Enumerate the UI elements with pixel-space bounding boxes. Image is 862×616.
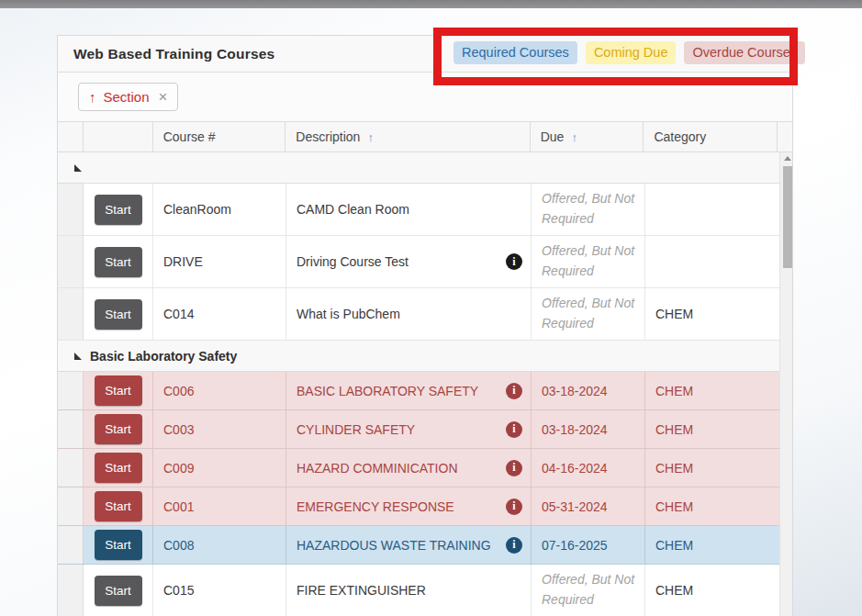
- course-cell: C015: [153, 565, 286, 616]
- info-icon[interactable]: i: [506, 537, 522, 554]
- info-icon[interactable]: i: [506, 253, 522, 270]
- group-header-row: [58, 152, 779, 184]
- start-button[interactable]: Start: [95, 299, 142, 330]
- due-cell: Offered, But Not Required: [542, 241, 644, 281]
- column-header-description[interactable]: Description ↑: [285, 122, 530, 151]
- start-button[interactable]: Start: [95, 453, 142, 483]
- indent-cell: [58, 372, 84, 409]
- header-scrollbar-spacer: [778, 122, 792, 151]
- category-cell: CHEM: [645, 372, 779, 409]
- table-row: Start C014 What is PubChem Offered, But …: [58, 288, 779, 341]
- due-cell: Offered, But Not Required: [542, 189, 644, 229]
- section-group-chip[interactable]: ↑ Section ×: [78, 83, 178, 111]
- column-label: Description: [296, 129, 360, 144]
- description-cell: BASIC LABORATORY SAFETY: [297, 384, 478, 398]
- start-button[interactable]: Start: [95, 247, 142, 277]
- indent-cell: [58, 184, 84, 235]
- header-action-cell: [84, 122, 153, 151]
- course-cell: C014: [153, 288, 286, 340]
- info-icon[interactable]: i: [506, 383, 522, 399]
- column-label: Due: [541, 129, 565, 144]
- info-icon[interactable]: i: [506, 421, 522, 438]
- indent-cell: [58, 236, 84, 287]
- training-courses-panel: Web Based Training Courses ↑ Section × C…: [57, 35, 793, 616]
- description-cell: FIRE EXTINGUISHER: [297, 583, 426, 598]
- courses-grid: Course # Description ↑ Due ↑ Category: [58, 121, 792, 616]
- category-cell: CHEM: [645, 487, 779, 525]
- indent-cell: [58, 526, 84, 564]
- header-indent-cell: [58, 122, 84, 151]
- category-cell: CHEM: [645, 449, 779, 487]
- coming-due-badge: Coming Due: [586, 41, 677, 64]
- chip-remove-icon[interactable]: ×: [159, 89, 168, 105]
- column-label: Category: [654, 129, 706, 144]
- course-cell: C009: [153, 449, 286, 487]
- column-header-category[interactable]: Category: [644, 122, 778, 151]
- description-cell: Driving Course Test: [297, 254, 409, 269]
- column-label: Course #: [163, 129, 216, 144]
- table-row-overdue: Start C003 CYLINDER SAFETY i 03-18-2024 …: [58, 410, 779, 449]
- table-row-overdue: Start C006 BASIC LABORATORY SAFETY i 03-…: [58, 372, 779, 410]
- start-button[interactable]: Start: [95, 576, 142, 606]
- column-header-due[interactable]: Due ↑: [531, 122, 644, 151]
- course-cell: DRIVE: [153, 236, 286, 287]
- category-cell: CHEM: [645, 288, 779, 340]
- due-cell: 03-18-2024: [532, 372, 645, 409]
- description-cell: CYLINDER SAFETY: [297, 422, 415, 437]
- course-cell: C003: [153, 410, 286, 448]
- status-legend: Required Courses Coming Due Overdue Cour…: [453, 41, 805, 64]
- table-row: Start C015 FIRE EXTINGUISHER Offered, Bu…: [58, 565, 779, 616]
- start-button[interactable]: Start: [95, 491, 142, 521]
- collapse-group-icon[interactable]: [74, 164, 82, 172]
- column-header-course[interactable]: Course #: [153, 122, 286, 151]
- description-cell: EMERGENCY RESPONSE: [297, 499, 454, 514]
- course-cell: C001: [153, 487, 286, 525]
- grid-header-row: Course # Description ↑ Due ↑ Category: [58, 122, 792, 152]
- info-icon[interactable]: i: [506, 460, 522, 476]
- page-title: Web Based Training Courses: [58, 46, 274, 62]
- start-button[interactable]: Start: [95, 414, 142, 444]
- due-cell: 05-31-2024: [532, 487, 645, 525]
- group-header-row: Basic Laboratory Safety: [58, 341, 779, 372]
- table-row-required: Start C008 HAZARDOUS WASTE TRAINING i 07…: [58, 526, 779, 565]
- info-icon[interactable]: i: [506, 498, 522, 515]
- start-button[interactable]: Start: [95, 375, 142, 406]
- vertical-scrollbar[interactable]: [779, 152, 792, 616]
- browser-top-bar: [0, 0, 862, 8]
- indent-cell: [58, 288, 84, 340]
- group-label: Basic Laboratory Safety: [90, 349, 237, 364]
- category-cell: CHEM: [645, 565, 779, 616]
- category-cell: [645, 184, 779, 235]
- indent-cell: [58, 449, 84, 487]
- category-cell: [645, 236, 779, 287]
- section-chip-label: Section: [104, 89, 150, 105]
- due-cell: Offered, But Not Required: [542, 570, 644, 610]
- description-cell: HAZARD COMMINICATION: [297, 461, 458, 476]
- due-cell: 07-16-2025: [532, 526, 645, 564]
- sort-ascending-icon[interactable]: ↑: [89, 89, 96, 105]
- course-cell: C008: [153, 526, 286, 564]
- due-cell: 03-18-2024: [532, 410, 645, 448]
- description-cell: CAMD Clean Room: [297, 202, 409, 217]
- grid-body: Start CleanRoom CAMD Clean Room Offered,…: [58, 152, 779, 616]
- due-cell: 04-16-2024: [532, 449, 645, 487]
- category-cell: CHEM: [645, 526, 779, 564]
- scrollbar-up-arrow-icon[interactable]: [784, 156, 791, 161]
- collapse-group-icon[interactable]: [74, 353, 82, 360]
- start-button[interactable]: Start: [95, 195, 142, 225]
- required-courses-badge: Required Courses: [453, 41, 577, 64]
- table-row-overdue: Start C009 HAZARD COMMINICATION i 04-16-…: [58, 449, 779, 487]
- start-button[interactable]: Start: [95, 530, 142, 560]
- scrollbar-thumb[interactable]: [783, 166, 792, 268]
- course-cell: C006: [153, 372, 286, 409]
- indent-cell: [58, 487, 84, 525]
- overdue-courses-badge: Overdue Courses: [684, 41, 805, 64]
- due-cell: Offered, But Not Required: [542, 294, 644, 333]
- table-row-overdue: Start C001 EMERGENCY RESPONSE i 05-31-20…: [58, 487, 779, 526]
- category-cell: CHEM: [645, 410, 779, 448]
- indent-cell: [58, 565, 84, 616]
- table-row: Start CleanRoom CAMD Clean Room Offered,…: [58, 184, 779, 236]
- indent-cell: [58, 410, 84, 448]
- sort-ascending-icon: ↑: [367, 130, 374, 144]
- description-cell: What is PubChem: [297, 307, 400, 321]
